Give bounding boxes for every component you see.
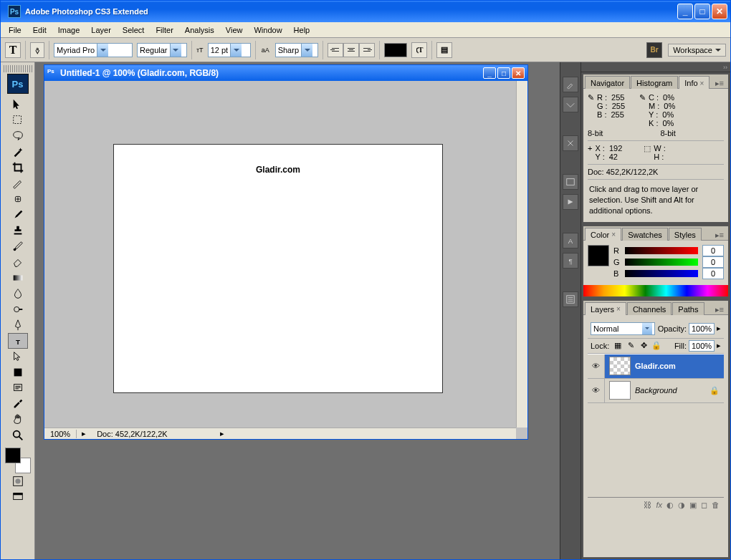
dock-brushes-icon[interactable] — [563, 77, 578, 92]
history-brush-tool[interactable] — [8, 238, 28, 254]
layer-row[interactable]: 👁 Background 🔒 — [588, 379, 724, 403]
stamp-tool[interactable] — [8, 223, 28, 238]
lock-transparency-button[interactable]: ▦ — [612, 340, 624, 352]
tab-swatches[interactable]: Swatches — [622, 228, 668, 241]
gradient-tool[interactable] — [8, 270, 28, 286]
tool-preset-picker[interactable]: ⎀ — [30, 42, 44, 58]
screenmode-button[interactable] — [8, 489, 28, 505]
tab-info[interactable]: Info × — [679, 76, 710, 89]
font-family-select[interactable]: Myriad Pro — [54, 43, 133, 57]
zoom-tool[interactable] — [8, 428, 28, 443]
blur-tool[interactable] — [8, 286, 28, 301]
dock-paragraph-icon[interactable]: ¶ — [563, 253, 578, 269]
layer-name[interactable]: Gladir.com — [635, 362, 724, 370]
doc-close-button[interactable]: ✕ — [512, 67, 525, 79]
font-style-select[interactable]: Regular — [137, 43, 187, 57]
text-color-swatch[interactable] — [384, 43, 407, 57]
blend-mode-select[interactable]: Normal — [591, 322, 655, 335]
menu-select[interactable]: Select — [118, 24, 150, 36]
antialias-select[interactable]: Sharp — [275, 43, 318, 57]
move-tool[interactable] — [8, 97, 28, 112]
layer-group-button[interactable]: ▣ — [689, 501, 697, 510]
healing-tool[interactable] — [8, 191, 28, 207]
current-tool-icon[interactable]: T — [5, 42, 21, 58]
delete-layer-button[interactable]: 🗑 — [712, 501, 720, 509]
layer-fx-button[interactable]: fx — [656, 501, 662, 509]
notes-tool[interactable] — [8, 380, 28, 396]
vertical-scrollbar[interactable] — [516, 81, 527, 428]
tab-color[interactable]: Color × — [585, 228, 621, 241]
layer-thumbnail[interactable] — [609, 357, 631, 375]
r-slider[interactable] — [625, 247, 698, 254]
dodge-tool[interactable] — [8, 301, 28, 317]
dock-tool-presets-icon[interactable] — [563, 135, 578, 151]
eraser-tool[interactable] — [8, 254, 28, 270]
opacity-input[interactable]: 100% — [689, 323, 715, 334]
new-layer-button[interactable]: ◻ — [701, 501, 707, 510]
color-ramp[interactable] — [583, 285, 728, 296]
align-right-button[interactable] — [359, 43, 375, 57]
color-picker[interactable] — [5, 448, 31, 473]
b-input[interactable]: 0 — [702, 268, 724, 279]
tab-histogram[interactable]: Histogram — [631, 76, 678, 89]
b-slider[interactable] — [625, 270, 698, 277]
lock-image-button[interactable]: ✎ — [625, 340, 636, 352]
type-tool[interactable]: T — [8, 333, 28, 349]
menu-image[interactable]: Image — [53, 24, 85, 36]
align-center-button[interactable] — [343, 43, 359, 57]
quickmask-button[interactable] — [8, 473, 28, 489]
menu-layer[interactable]: Layer — [86, 24, 116, 36]
layer-visibility-toggle[interactable]: 👁 — [588, 354, 605, 378]
fill-input[interactable]: 100% — [689, 340, 715, 352]
color-panel-swatch[interactable] — [588, 245, 609, 266]
doc-minimize-button[interactable]: _ — [483, 67, 496, 79]
bridge-button[interactable]: Br — [646, 42, 662, 58]
shape-tool[interactable] — [8, 365, 28, 380]
toolbox-grip[interactable] — [4, 65, 32, 72]
align-left-button[interactable] — [328, 43, 343, 57]
adjustment-layer-button[interactable]: ◑ — [678, 501, 685, 510]
menu-view[interactable]: View — [221, 24, 248, 36]
menu-help[interactable]: Help — [289, 24, 315, 36]
layer-mask-button[interactable]: ◐ — [666, 501, 674, 510]
maximize-button[interactable]: □ — [694, 4, 710, 19]
document-titlebar[interactable]: Ps Untitled-1 @ 100% (Gladir.com, RGB/8)… — [44, 65, 527, 81]
character-panel-button[interactable]: ▤ — [436, 42, 452, 58]
pen-tool[interactable] — [8, 317, 28, 333]
opacity-flyout[interactable]: ▸ — [717, 324, 721, 333]
dock-layer-comps-icon[interactable] — [563, 291, 578, 307]
workspace-select[interactable]: Workspace — [668, 44, 726, 57]
warp-text-button[interactable]: ⟮T — [411, 42, 427, 58]
layer-thumbnail[interactable] — [609, 381, 631, 400]
hand-tool[interactable] — [8, 412, 28, 428]
tab-channels[interactable]: Channels — [627, 302, 672, 315]
font-size-select[interactable]: 12 pt — [208, 43, 251, 57]
tab-paths[interactable]: Paths — [672, 302, 704, 315]
crop-tool[interactable] — [8, 160, 28, 175]
foreground-color[interactable] — [5, 448, 21, 463]
g-slider[interactable] — [625, 259, 698, 266]
close-button[interactable]: ✕ — [712, 4, 727, 19]
menu-window[interactable]: Window — [249, 24, 287, 36]
doc-size-info[interactable]: Doc: 452,2K/122,2K — [91, 430, 220, 438]
dock-character-icon[interactable]: A — [563, 233, 578, 248]
link-layers-button[interactable]: ⛓ — [644, 501, 651, 509]
tab-styles[interactable]: Styles — [669, 228, 702, 241]
canvas-text-layer[interactable]: Gladir.com — [256, 165, 300, 175]
tab-layers[interactable]: Layers × — [585, 302, 626, 315]
menu-edit[interactable]: Edit — [28, 24, 52, 36]
layer-name[interactable]: Background — [635, 386, 710, 395]
zoom-level[interactable]: 100% — [44, 430, 77, 438]
canvas[interactable]: Gladir.com — [113, 144, 443, 393]
menu-analysis[interactable]: Analysis — [180, 24, 219, 36]
g-input[interactable]: 0 — [702, 256, 724, 268]
brush-tool[interactable] — [8, 207, 28, 223]
dock-history-icon[interactable] — [563, 174, 578, 190]
panels-collapse-bar[interactable]: ›› — [581, 62, 730, 72]
eyedropper-tool[interactable] — [8, 396, 28, 412]
path-select-tool[interactable] — [8, 349, 28, 365]
ps-logo[interactable]: Ps — [7, 74, 29, 94]
slice-tool[interactable] — [8, 175, 28, 191]
color-panel-menu[interactable]: ▸≡ — [711, 231, 728, 240]
wand-tool[interactable] — [8, 144, 28, 160]
